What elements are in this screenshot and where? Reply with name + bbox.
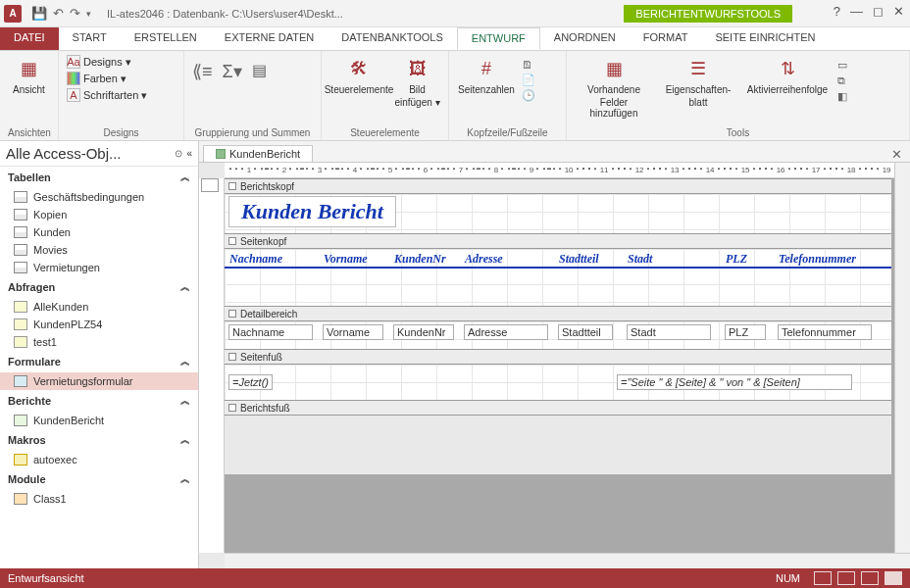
section-page-header[interactable]: NachnameVornameKundenNrAdresseStadtteilS… — [225, 249, 891, 306]
restore-icon[interactable]: ◻ — [873, 4, 884, 19]
page-numbers-button[interactable]: #Seitenzahlen — [457, 55, 516, 95]
ribbon-tab-start[interactable]: START — [59, 27, 121, 50]
navpane-header[interactable]: Alle Access-Obj... ⊙ « — [0, 141, 198, 167]
section-page-footer[interactable]: =Jetzt() ="Seite " & [Seite] & " von " &… — [225, 365, 891, 400]
section-bar-report-header[interactable]: Berichtskopf — [225, 178, 891, 194]
title-icon[interactable]: 📄 — [522, 74, 535, 86]
tab-order-button[interactable]: ⇅Aktivierreihenfolge — [743, 55, 832, 95]
totals-icon[interactable]: Σ▾ — [223, 61, 242, 82]
footer-now-field[interactable]: =Jetzt() — [228, 374, 273, 390]
footer-page-field[interactable]: ="Seite " & [Seite] & " von " & [Seiten] — [617, 374, 852, 390]
column-header-adresse[interactable]: Adresse — [464, 251, 552, 268]
ribbon-tab-externe-daten[interactable]: EXTERNE DATEN — [211, 27, 328, 50]
undo-icon[interactable]: ↶ — [53, 6, 64, 21]
nav-group-formulare[interactable]: Formulare︽ — [0, 351, 198, 372]
view-button[interactable]: ▦Ansicht — [8, 55, 50, 95]
nav-group-makros[interactable]: Makros︽ — [0, 429, 198, 451]
column-header-vorname[interactable]: Vorname — [323, 251, 387, 268]
ribbon-tab-seite-einrichten[interactable]: SEITE EINRICHTEN — [701, 27, 829, 50]
detail-field-plz[interactable]: PLZ — [725, 324, 766, 340]
qat-dropdown-icon[interactable]: ▾ — [86, 9, 91, 19]
tab-close-icon[interactable]: ✕ — [891, 147, 902, 162]
ribbon-tab-erstellen[interactable]: ERSTELLEN — [121, 27, 211, 50]
controls-gallery[interactable]: 🛠Steuerelemente — [329, 55, 388, 95]
chevron-down-icon[interactable]: ⊙ — [175, 148, 182, 159]
nav-item-vermietungsformular[interactable]: Vermietungsformular — [0, 372, 198, 390]
minimize-icon[interactable]: — — [850, 4, 863, 19]
section-bar-report-footer[interactable]: Berichtsfuß — [225, 400, 891, 416]
column-header-stadtteil[interactable]: Stadtteil — [558, 251, 617, 268]
help-icon[interactable]: ? — [834, 4, 840, 19]
nav-item-geschäftsbedingungen[interactable]: Geschäftsbedingungen — [0, 188, 198, 206]
select-all-handle[interactable] — [201, 178, 219, 192]
section-report-header[interactable]: Kunden Bericht — [225, 194, 891, 233]
themes-button[interactable]: AaDesigns ▾ — [67, 55, 147, 69]
convert-icon[interactable]: ◧ — [837, 90, 847, 103]
detail-field-vorname[interactable]: Vorname — [323, 324, 383, 340]
ribbon-tab-format[interactable]: FORMAT — [630, 27, 702, 50]
section-handle-icon — [228, 404, 236, 412]
section-bar-page-header[interactable]: Seitenkopf — [225, 233, 891, 249]
detail-field-adresse[interactable]: Adresse — [464, 324, 548, 340]
view-print-button[interactable] — [837, 571, 855, 585]
nav-item-kundenplz54[interactable]: KundenPLZ54 — [0, 316, 198, 333]
nav-item-autoexec[interactable]: autoexec — [0, 451, 198, 468]
grid-icon: ▦ — [16, 55, 43, 82]
save-icon[interactable]: 💾 — [31, 6, 47, 21]
view-design-button[interactable] — [885, 571, 902, 585]
close-icon[interactable]: ✕ — [893, 4, 904, 19]
column-header-plz[interactable]: PLZ — [725, 251, 770, 268]
section-detail[interactable]: NachnameVornameKundenNrAdresseStadtteilS… — [225, 321, 891, 349]
nav-group-tabellen[interactable]: Tabellen︽ — [0, 167, 198, 188]
view-report-button[interactable] — [814, 571, 832, 585]
ribbon-tab-entwurf[interactable]: ENTWURF — [457, 27, 540, 50]
nav-item-kundenbericht[interactable]: KundenBericht — [0, 412, 198, 429]
nav-item-test1[interactable]: test1 — [0, 333, 198, 351]
detail-field-nachname[interactable]: Nachname — [228, 324, 313, 340]
property-sheet-button[interactable]: ☰Eigenschaften-blatt — [659, 55, 737, 108]
nav-item-kunden[interactable]: Kunden — [0, 223, 198, 241]
section-bar-detail[interactable]: Detailbereich — [225, 306, 891, 321]
view-layout-button[interactable] — [861, 571, 879, 585]
nav-item-class1[interactable]: Class1 — [0, 490, 198, 508]
redo-icon[interactable]: ↷ — [70, 6, 80, 21]
nav-item-vermietungen[interactable]: Vermietungen — [0, 259, 198, 276]
section-bar-page-footer[interactable]: Seitenfuß — [225, 349, 891, 365]
nav-item-allekunden[interactable]: AlleKunden — [0, 298, 198, 316]
ribbon-tab-datenbanktools[interactable]: DATENBANKTOOLS — [328, 27, 457, 50]
section-report-footer[interactable] — [225, 416, 891, 474]
detail-field-kundennr[interactable]: KundenNr — [393, 324, 454, 340]
detail-field-stadt[interactable]: Stadt — [627, 324, 711, 340]
date-icon[interactable]: 🕒 — [522, 89, 535, 102]
logo-icon[interactable]: 🖻 — [522, 59, 535, 71]
nav-group-module[interactable]: Module︽ — [0, 468, 198, 490]
column-header-kundennr[interactable]: KundenNr — [393, 251, 458, 268]
section-label: Berichtskopf — [240, 181, 294, 192]
nav-item-movies[interactable]: Movies — [0, 241, 198, 259]
vertical-scrollbar[interactable] — [894, 163, 910, 553]
report-title-label[interactable]: Kunden Bericht — [228, 196, 396, 227]
subreport-icon[interactable]: ▭ — [837, 59, 847, 72]
column-header-nachname[interactable]: Nachname — [228, 251, 317, 268]
horizontal-scrollbar[interactable] — [225, 553, 910, 568]
grouping-icon[interactable]: ⟪≡ — [192, 61, 213, 82]
ribbon-tab-datei[interactable]: DATEI — [0, 27, 59, 50]
detail-field-telefonnummer[interactable]: Telefonnummer — [778, 324, 872, 340]
report-canvas[interactable]: Berichtskopf Kunden Bericht Seitenkopf N… — [225, 178, 910, 553]
column-header-telefonnummer[interactable]: Telefonnummer — [778, 251, 876, 268]
code-icon[interactable]: ⧉ — [837, 74, 847, 87]
tab-kundenbericht[interactable]: KundenBericht — [203, 145, 313, 162]
hide-details-icon[interactable]: ▤ — [252, 61, 267, 79]
insert-image-button[interactable]: 🖼Bildeinfügen ▾ — [394, 55, 440, 108]
report-design-area: KundenBericht ✕ ꞏ ꞏ ꞏ 1 ꞏ ꞏ ꞏꞏ ꞏ ꞏ 2 ꞏ ꞏ… — [199, 141, 910, 568]
detail-field-stadtteil[interactable]: Stadtteil — [558, 324, 613, 340]
existing-fields-button[interactable]: ▦VorhandeneFelder hinzufügen — [575, 55, 653, 119]
nav-group-berichte[interactable]: Berichte︽ — [0, 390, 198, 412]
collapse-icon[interactable]: « — [186, 148, 192, 159]
fonts-button[interactable]: ASchriftarten ▾ — [67, 88, 147, 102]
nav-item-kopien[interactable]: Kopien — [0, 206, 198, 223]
colors-button[interactable]: Farben ▾ — [67, 72, 147, 85]
ribbon-tab-anordnen[interactable]: ANORDNEN — [540, 27, 630, 50]
nav-group-abfragen[interactable]: Abfragen︽ — [0, 276, 198, 298]
column-header-stadt[interactable]: Stadt — [627, 251, 715, 268]
